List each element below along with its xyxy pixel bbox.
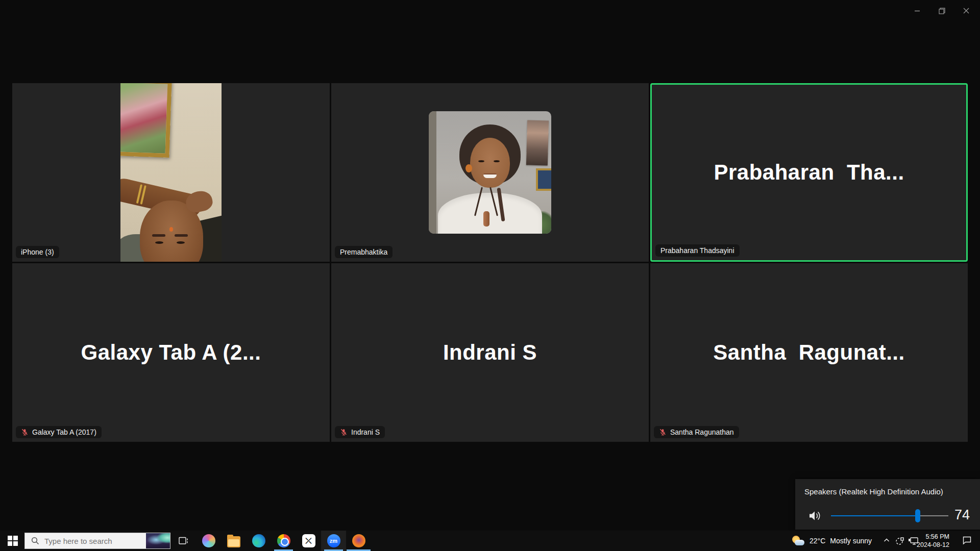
app-chrome[interactable] [271, 531, 296, 551]
tray-cast-button[interactable] [895, 536, 904, 548]
capcut-icon: ⤫ [302, 534, 315, 547]
app-zoom[interactable]: zm [321, 531, 346, 551]
participant-tile-santha[interactable]: Santha Ragunat... Santha Ragunathan [650, 263, 968, 442]
search-icon [31, 537, 39, 545]
participant-tile-prabaharan[interactable]: Prabaharan Tha... Prabaharan Thadsayini [650, 83, 968, 262]
participant-name: Galaxy Tab A (2017) [32, 428, 96, 436]
taskbar-weather-widget[interactable]: 22°C Mostly sunny [792, 531, 872, 551]
participant-display-name: Indrani S [331, 263, 649, 442]
participant-name-tag: Santha Ragunathan [654, 426, 739, 438]
app-copilot[interactable] [196, 531, 221, 551]
search-input[interactable] [44, 537, 146, 545]
minimize-icon [914, 8, 920, 14]
cast-icon [895, 536, 904, 546]
framed-painting [120, 83, 172, 158]
tray-expand-button[interactable] [883, 537, 890, 546]
muted-mic-icon [659, 429, 667, 436]
tray-date: 2024-08-12 [917, 541, 949, 549]
participant-video [429, 111, 551, 234]
chrome-icon [277, 534, 290, 547]
participant-display-name: Prabaharan Tha... [652, 85, 966, 260]
weather-icon [792, 535, 805, 546]
wall-poster [526, 120, 549, 165]
tray-clock[interactable]: 5:56 PM 2024-08-12 [917, 533, 949, 549]
app-edge[interactable] [246, 531, 271, 551]
app-firefox[interactable] [346, 531, 371, 551]
app-file-explorer[interactable] [221, 531, 246, 551]
audio-device-label: Speakers (Realtek High Definition Audio) [804, 487, 943, 496]
participant-name: Indrani S [351, 428, 380, 436]
participant-name-tag: Indrani S [335, 426, 385, 438]
participant-tile-galaxy-tab[interactable]: Galaxy Tab A (2... Galaxy Tab A (2017) [12, 263, 330, 442]
participant-name-tag: Prabaharan Thadsayini [655, 244, 740, 257]
participant-video [120, 83, 222, 262]
pendant [483, 211, 489, 227]
participant-tile-premabhaktika[interactable]: Premabhaktika [331, 83, 649, 262]
participant-display-name: Galaxy Tab A (2... [12, 263, 330, 442]
volume-slider[interactable] [831, 506, 948, 526]
muted-mic-icon [21, 429, 29, 436]
participant-name: Prabaharan Thadsayini [660, 246, 734, 255]
firefox-icon [352, 534, 365, 547]
participant-display-name: Santha Ragunat... [650, 263, 968, 442]
participant-tile-iphone[interactable]: iPhone (3) [12, 83, 330, 262]
participant-name-tag: Galaxy Tab A (2017) [16, 426, 102, 438]
participant-name: Santha Ragunathan [670, 428, 734, 436]
task-view-icon [179, 536, 189, 545]
tray-time: 5:56 PM [917, 533, 949, 541]
video-grid: iPhone (3) Premabhaktika [12, 83, 968, 442]
action-center-button[interactable] [962, 536, 972, 547]
zoom-icon: zm [327, 534, 340, 547]
participant-name: Premabhaktika [340, 248, 387, 256]
search-highlight-image[interactable] [146, 533, 170, 549]
start-button[interactable] [4, 531, 21, 551]
volume-value: 74 [954, 507, 970, 523]
restore-button[interactable] [935, 4, 948, 17]
weather-temperature: 22°C [810, 537, 825, 545]
task-view-button[interactable] [175, 531, 193, 551]
muted-mic-icon [340, 429, 348, 436]
volume-slider-fill [831, 515, 918, 516]
speaker-icon[interactable] [807, 509, 822, 522]
participant-name: iPhone (3) [21, 248, 54, 256]
small-picture-frame [536, 168, 551, 191]
close-button[interactable] [960, 4, 973, 17]
app-capcut[interactable]: ⤫ [296, 531, 321, 551]
taskbar-apps: ⤫ zm [196, 531, 371, 551]
chevron-up-icon [883, 537, 890, 544]
participant-tile-indrani[interactable]: Indrani S Indrani S [331, 263, 649, 442]
restore-icon [939, 8, 945, 14]
taskbar: ⤫ zm 22°C Mostly sunny 5:56 PM 2024-08-1… [0, 531, 980, 551]
participant-name-tag: Premabhaktika [335, 246, 393, 258]
volume-slider-thumb[interactable] [915, 509, 920, 522]
edge-icon [252, 534, 265, 547]
windows-logo-icon [8, 536, 18, 546]
window-controls [911, 4, 973, 17]
weather-condition: Mostly sunny [830, 537, 872, 545]
taskbar-search-box[interactable] [24, 533, 170, 549]
notification-icon [962, 536, 972, 545]
minimize-button[interactable] [911, 4, 924, 17]
file-explorer-icon [227, 536, 240, 547]
copilot-icon [202, 534, 215, 547]
person [470, 138, 510, 188]
participant-name-tag: iPhone (3) [16, 246, 59, 258]
close-icon [963, 8, 969, 14]
volume-flyout: Speakers (Realtek High Definition Audio)… [795, 479, 980, 530]
